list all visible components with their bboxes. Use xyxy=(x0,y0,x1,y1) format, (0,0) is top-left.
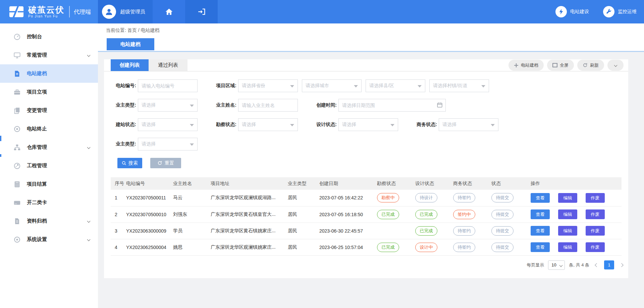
filter-row: 建站状态: 请选择 勘察状态: 请选择 设计状态: 请选择 商务状态: 请选择 xyxy=(111,118,622,131)
sidebar-item-warehouse-mgmt[interactable]: 仓库管理 xyxy=(0,138,98,157)
app-root: 破茧云伏 Po Jian Yun Fu 代理端 超级管理员 xyxy=(0,0,644,308)
fullscreen-icon xyxy=(552,63,557,67)
logout-button[interactable] xyxy=(185,0,218,23)
sidebar-item-general-mgmt[interactable]: 常规管理 xyxy=(0,46,98,64)
chevron-down-icon xyxy=(614,64,617,67)
table-row: 3 YX2023063000009 学员 广东深圳龙华区黄石镇姚家庄... 居民… xyxy=(111,223,622,239)
void-button[interactable]: 作废 xyxy=(586,226,605,236)
user-menu[interactable]: 超级管理员 xyxy=(98,0,153,23)
search-button[interactable]: 搜索 xyxy=(117,158,142,168)
caret-down-icon xyxy=(190,143,194,146)
sidebar-item-station-termination[interactable]: 电站终止 xyxy=(0,120,98,138)
owner-type-select[interactable]: 请选择 xyxy=(138,99,198,112)
button-label: 搜索 xyxy=(128,160,138,166)
owner-type2-select[interactable]: 请选择 xyxy=(138,138,198,150)
sidebar-item-data-archive[interactable]: 资料归档 xyxy=(0,212,98,230)
status-badge: 待提交 xyxy=(491,226,514,236)
sidebar-item-engineering-mgmt[interactable]: 工程管理 xyxy=(0,157,98,175)
cell-owner-name: 姚思 xyxy=(173,239,211,255)
sidebar-item-label: 项目立项 xyxy=(27,89,47,95)
edit-button[interactable]: 编辑 xyxy=(558,209,577,219)
build-status-select[interactable]: 请选择 xyxy=(138,118,198,131)
survey-status-select[interactable]: 请选择 xyxy=(238,118,298,131)
sidebar-item-project-settlement[interactable]: 项目结算 xyxy=(0,175,98,193)
per-page-select[interactable]: 10 xyxy=(548,260,565,270)
chevron-down-icon xyxy=(87,220,91,223)
filter-create-time: 创建时间: xyxy=(311,99,446,112)
next-page-button[interactable] xyxy=(618,264,625,266)
tab-create-list[interactable]: 创建列表 xyxy=(111,59,149,71)
prev-page-button[interactable] xyxy=(593,264,600,266)
field-label: 项目区域: xyxy=(211,83,236,89)
refresh-button[interactable]: 刷新 xyxy=(577,60,604,71)
target-icon xyxy=(13,125,21,133)
pagination: 每页显示 10 条, 共 4 条 1 xyxy=(111,260,625,270)
void-button[interactable]: 作废 xyxy=(586,209,605,219)
cell-station-code: YX2023062500004 xyxy=(126,239,173,255)
county-select[interactable]: 请选择县/区 xyxy=(366,79,425,92)
sidebar-item-system-settings[interactable]: 系统设置 xyxy=(0,230,98,249)
archive-icon xyxy=(13,218,21,225)
sidebar-item-change-mgmt[interactable]: 变更管理 xyxy=(0,101,98,120)
field-label: 商务状态: xyxy=(412,122,437,128)
survey-status-badge: 勘察中 xyxy=(377,193,399,202)
mode-station-build[interactable]: 电站建设 xyxy=(555,6,589,17)
fullscreen-button[interactable]: 全屏 xyxy=(547,60,574,71)
view-button[interactable]: 查看 xyxy=(531,193,550,203)
pie-gauge-icon xyxy=(13,162,21,170)
owner-name-input[interactable] xyxy=(238,99,298,112)
sidebar-item-label: 电站终止 xyxy=(27,126,47,132)
filter-owner-name: 业主姓名: xyxy=(211,99,298,112)
cell-index: 3 xyxy=(111,223,126,239)
select-placeholder: 请选择 xyxy=(142,122,156,128)
reset-icon xyxy=(157,161,162,166)
logout-icon xyxy=(197,7,206,16)
cell-station-code: YX2023070500010 xyxy=(126,206,173,223)
calendar-icon[interactable] xyxy=(437,102,443,108)
edit-button[interactable]: 编辑 xyxy=(558,193,577,203)
button-label: 全屏 xyxy=(560,62,569,68)
city-select[interactable]: 请选择城市 xyxy=(302,79,362,92)
caret-down-icon xyxy=(390,124,394,126)
home-button[interactable] xyxy=(153,0,185,23)
page-tab-station-filing[interactable]: 电站建档 xyxy=(107,38,154,50)
date-range-input[interactable] xyxy=(338,99,446,112)
col-header: 操作 xyxy=(531,177,622,190)
mode-monitor-ops[interactable]: 监控运维 xyxy=(603,6,637,17)
filter-biz-status: 商务状态: 请选择 xyxy=(412,118,498,131)
sidebar-item-station-filing[interactable]: 电站建档 xyxy=(0,64,98,83)
town-select[interactable]: 请选择村镇/街道 xyxy=(429,79,489,92)
sidebar-item-console[interactable]: 控制台 xyxy=(0,27,98,46)
filter-owner-type-2: 业主类型: 请选择 xyxy=(111,138,198,150)
province-select[interactable]: 请选择省份 xyxy=(238,79,298,92)
copy-icon xyxy=(13,107,21,114)
view-button[interactable]: 查看 xyxy=(531,226,550,236)
edit-button[interactable]: 编辑 xyxy=(558,242,577,252)
design-status-select[interactable]: 请选择 xyxy=(338,118,398,131)
sidebar-item-project-initiation[interactable]: 项目立项 xyxy=(0,83,98,101)
filter-row: 业主类型: 请选择 xyxy=(111,138,622,150)
view-button[interactable]: 查看 xyxy=(531,242,550,252)
add-station-button[interactable]: 电站建档 xyxy=(508,60,544,71)
view-button[interactable]: 查看 xyxy=(531,209,550,219)
page-number-button[interactable]: 1 xyxy=(604,260,614,269)
main-panel: 创建列表 通过列表 电站建档 全屏 xyxy=(104,59,628,278)
filter-buttons: 搜索 重置 xyxy=(117,158,622,168)
void-button[interactable]: 作废 xyxy=(586,242,605,252)
station-no-input[interactable] xyxy=(138,79,198,92)
tab-passed-list[interactable]: 通过列表 xyxy=(149,59,187,71)
home-icon xyxy=(165,7,173,16)
reset-button[interactable]: 重置 xyxy=(150,158,181,168)
avatar[interactable] xyxy=(102,5,116,19)
divider xyxy=(98,51,644,52)
breadcrumb-path[interactable]: 首页 / 电站建档 xyxy=(127,27,160,33)
col-header: 项目地址 xyxy=(211,177,288,190)
edit-button[interactable]: 编辑 xyxy=(558,226,577,236)
collapse-button[interactable] xyxy=(607,60,624,71)
biz-status-select[interactable]: 请选择 xyxy=(439,118,498,131)
status-badge: 待提交 xyxy=(491,210,514,219)
void-button[interactable]: 作废 xyxy=(586,193,605,203)
sidebar-item-open-type2-card[interactable]: 开二类卡 xyxy=(0,193,98,212)
brand-logo-icon xyxy=(9,4,24,19)
brand-area: 破茧云伏 Po Jian Yun Fu 代理端 xyxy=(0,0,98,23)
